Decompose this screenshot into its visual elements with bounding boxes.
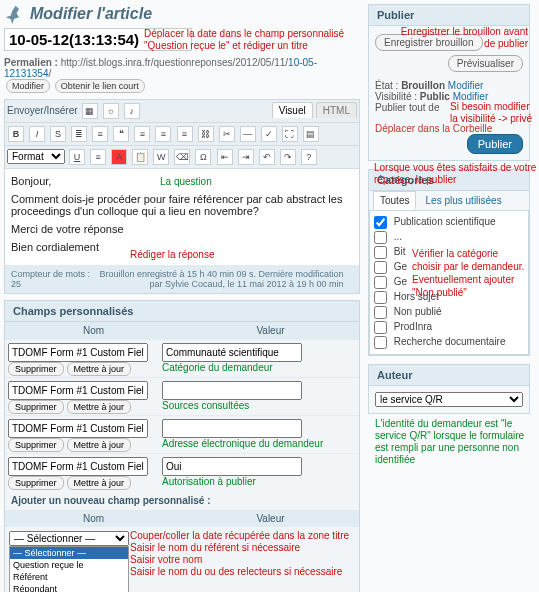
cf-name-input[interactable] bbox=[8, 381, 148, 400]
more-icon[interactable]: — bbox=[240, 126, 256, 142]
cf-opt-2[interactable]: Référent bbox=[10, 571, 128, 583]
category-item[interactable]: ProdInra bbox=[374, 320, 524, 335]
cf-name-input[interactable] bbox=[8, 343, 148, 362]
category-item[interactable]: Hors sujet bbox=[374, 290, 524, 305]
category-item[interactable]: Publication scientifique bbox=[374, 215, 524, 230]
cf-name-input[interactable] bbox=[8, 419, 148, 438]
media3-icon[interactable]: ♪ bbox=[124, 103, 140, 119]
quote-icon[interactable]: ❝ bbox=[113, 126, 129, 142]
save-draft-button[interactable]: Enregistrer brouillon bbox=[375, 34, 483, 51]
cf-select-dropdown[interactable]: — Sélectionner — Question reçue le Référ… bbox=[9, 546, 129, 592]
cf-delete-button[interactable]: Supprimer bbox=[8, 476, 64, 490]
outdent-icon[interactable]: ⇤ bbox=[217, 149, 233, 165]
shortlink-button[interactable]: Obtenir le lien court bbox=[55, 79, 145, 93]
cf-update-button[interactable]: Mettre à jour bbox=[67, 438, 132, 452]
editor-body[interactable]: Bonjour, Comment dois-je procéder pour f… bbox=[5, 169, 359, 265]
category-item[interactable]: Ge bbox=[374, 275, 524, 290]
cf-update-button[interactable]: Mettre à jour bbox=[67, 476, 132, 490]
category-checkbox[interactable] bbox=[374, 276, 387, 289]
alignc-icon[interactable]: ≡ bbox=[155, 126, 171, 142]
media-icon[interactable]: ▦ bbox=[82, 103, 98, 119]
cf-opt-1[interactable]: Question reçue le bbox=[10, 559, 128, 571]
category-item[interactable]: Non publié bbox=[374, 305, 524, 320]
cf-annot: Catégorie du demandeur bbox=[162, 362, 356, 374]
custom-fields-panel: Champs personnalisés Nom Valeur Supprime… bbox=[4, 300, 360, 592]
author-title: Auteur bbox=[369, 365, 529, 386]
cf-row: Supprimer Mettre à jourAutorisation à pu… bbox=[5, 453, 359, 491]
char-icon[interactable]: Ω bbox=[195, 149, 211, 165]
category-checkbox[interactable] bbox=[374, 231, 387, 244]
cat-tab-most[interactable]: Les plus utilisées bbox=[420, 192, 508, 209]
category-item[interactable]: Bit bbox=[374, 245, 524, 260]
status-modify-link[interactable]: Modifier bbox=[448, 80, 484, 91]
visibility-value: Public bbox=[420, 91, 450, 102]
italic-icon[interactable]: I bbox=[29, 126, 45, 142]
tab-html[interactable]: HTML bbox=[316, 102, 357, 118]
post-title-input[interactable] bbox=[4, 28, 192, 51]
help-icon[interactable]: ? bbox=[301, 149, 317, 165]
format-select[interactable]: Format bbox=[7, 149, 65, 164]
kitchensink-icon[interactable]: ▤ bbox=[303, 126, 319, 142]
cf-new-select[interactable]: — Sélectionner — bbox=[9, 531, 129, 546]
bold-icon[interactable]: B bbox=[8, 126, 24, 142]
cf-annot: Autorisation à publier bbox=[162, 476, 356, 488]
cf-value-input[interactable] bbox=[162, 419, 302, 438]
redo-icon[interactable]: ↷ bbox=[280, 149, 296, 165]
permalink-modify-button[interactable]: Modifier bbox=[6, 79, 50, 93]
strike-icon[interactable]: S bbox=[50, 126, 66, 142]
fullscreen-icon[interactable]: ⛶ bbox=[282, 126, 298, 142]
cf-opt-3[interactable]: Répondant bbox=[10, 583, 128, 592]
cat-tab-all[interactable]: Toutes bbox=[373, 191, 416, 210]
category-checkbox[interactable] bbox=[374, 336, 387, 349]
category-checkbox[interactable] bbox=[374, 246, 387, 259]
unlink-icon[interactable]: ✂ bbox=[219, 126, 235, 142]
author-select[interactable]: le service Q/R bbox=[375, 392, 523, 407]
underline-icon[interactable]: U bbox=[69, 149, 85, 165]
categories-box: Catégories Toutes Les plus utilisées Pub… bbox=[368, 169, 530, 356]
cf-value-input[interactable] bbox=[162, 381, 302, 400]
ul-icon[interactable]: ≣ bbox=[71, 126, 87, 142]
justify-icon[interactable]: ≡ bbox=[90, 149, 106, 165]
cf-update-button[interactable]: Mettre à jour bbox=[67, 400, 132, 414]
cf-row: Supprimer Mettre à jourCatégorie du dema… bbox=[5, 339, 359, 377]
category-item[interactable]: ... bbox=[374, 230, 524, 245]
publish-box: Publier Enregistrer brouillon Prévisuali… bbox=[368, 4, 530, 161]
cf-update-button[interactable]: Mettre à jour bbox=[67, 362, 132, 376]
preview-button[interactable]: Prévisualiser bbox=[448, 55, 523, 72]
cf-opt-0[interactable]: — Sélectionner — bbox=[10, 547, 128, 559]
cf-col-value: Valeur bbox=[182, 322, 359, 339]
category-checkbox[interactable] bbox=[374, 306, 387, 319]
color-icon[interactable]: A bbox=[111, 149, 127, 165]
alignl-icon[interactable]: ≡ bbox=[134, 126, 150, 142]
cf-name-input[interactable] bbox=[8, 457, 148, 476]
alignr-icon[interactable]: ≡ bbox=[177, 126, 193, 142]
publish-button[interactable]: Publier bbox=[467, 134, 523, 154]
ol-icon[interactable]: ≡ bbox=[92, 126, 108, 142]
category-item[interactable]: Recherche documentaire bbox=[374, 335, 524, 350]
link-icon[interactable]: ⛓ bbox=[198, 126, 214, 142]
tab-visual[interactable]: Visuel bbox=[272, 102, 313, 118]
undo-icon[interactable]: ↶ bbox=[259, 149, 275, 165]
cf-delete-button[interactable]: Supprimer bbox=[8, 362, 64, 376]
clear-icon[interactable]: ⌫ bbox=[174, 149, 190, 165]
pasteword-icon[interactable]: W bbox=[153, 149, 169, 165]
category-checkbox[interactable] bbox=[374, 261, 387, 274]
category-item[interactable]: Ge bbox=[374, 260, 524, 275]
cf-value-input[interactable] bbox=[162, 457, 302, 476]
spell-icon[interactable]: ✓ bbox=[261, 126, 277, 142]
cf-delete-button[interactable]: Supprimer bbox=[8, 438, 64, 452]
category-checkbox[interactable] bbox=[374, 216, 387, 229]
permalink-url: http://ist.blogs.inra.fr/questionreponse… bbox=[61, 57, 288, 68]
pin-icon bbox=[4, 4, 24, 24]
category-checkbox[interactable] bbox=[374, 321, 387, 334]
cf-value-input[interactable] bbox=[162, 343, 302, 362]
categories-title: Catégories bbox=[369, 170, 529, 191]
category-checkbox[interactable] bbox=[374, 291, 387, 304]
trash-link[interactable]: Déplacer dans la Corbeille bbox=[375, 123, 492, 134]
content-p1: Bonjour, bbox=[11, 175, 353, 187]
cf-delete-button[interactable]: Supprimer bbox=[8, 400, 64, 414]
paste-icon[interactable]: 📋 bbox=[132, 149, 148, 165]
indent-icon[interactable]: ⇥ bbox=[238, 149, 254, 165]
visibility-modify-link[interactable]: Modifier bbox=[453, 91, 489, 102]
media2-icon[interactable]: ☼ bbox=[103, 103, 119, 119]
